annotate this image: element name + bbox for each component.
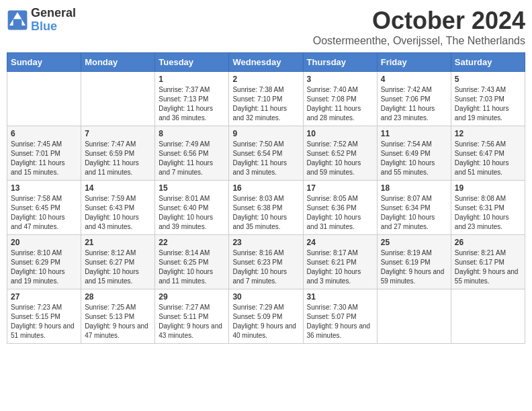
calendar-cell: 21Sunrise: 8:12 AMSunset: 6:27 PMDayligh… [81, 235, 155, 289]
calendar-cell: 6Sunrise: 7:45 AMSunset: 7:01 PMDaylight… [7, 126, 81, 181]
day-number: 11 [381, 129, 447, 138]
calendar-week-row: 13Sunrise: 7:58 AMSunset: 6:45 PMDayligh… [7, 181, 525, 235]
day-info: Sunrise: 8:05 AMSunset: 6:36 PMDaylight:… [307, 194, 373, 232]
day-info: Sunrise: 8:01 AMSunset: 6:40 PMDaylight:… [159, 194, 225, 232]
day-info: Sunrise: 8:10 AMSunset: 6:29 PMDaylight:… [11, 248, 77, 286]
day-info: Sunrise: 7:45 AMSunset: 7:01 PMDaylight:… [11, 140, 77, 177]
day-number: 5 [455, 75, 521, 84]
day-number: 10 [307, 129, 373, 138]
calendar-cell: 11Sunrise: 7:54 AMSunset: 6:49 PMDayligh… [377, 126, 451, 181]
day-number: 8 [159, 129, 225, 138]
day-number: 27 [11, 292, 77, 302]
calendar-cell: 14Sunrise: 7:59 AMSunset: 6:43 PMDayligh… [81, 181, 155, 235]
day-number: 2 [232, 75, 299, 84]
day-info: Sunrise: 7:37 AMSunset: 7:13 PMDaylight:… [159, 85, 225, 123]
title-section: October 2024 Oostermeenthe, Overijssel, … [313, 7, 525, 47]
calendar-cell: 31Sunrise: 7:30 AMSunset: 5:07 PMDayligh… [303, 289, 377, 344]
weekday-header: Tuesday [155, 53, 229, 72]
weekday-header: Saturday [451, 53, 525, 72]
day-number: 21 [85, 238, 151, 247]
calendar-cell: 8Sunrise: 7:49 AMSunset: 6:56 PMDaylight… [155, 126, 229, 181]
calendar-cell: 23Sunrise: 8:16 AMSunset: 6:23 PMDayligh… [229, 235, 303, 289]
calendar-table: SundayMondayTuesdayWednesdayThursdayFrid… [7, 52, 525, 344]
day-number: 30 [232, 292, 299, 302]
day-info: Sunrise: 8:08 AMSunset: 6:31 PMDaylight:… [455, 194, 521, 232]
calendar-cell: 9Sunrise: 7:50 AMSunset: 6:54 PMDaylight… [229, 126, 303, 181]
month-title: October 2024 [313, 7, 525, 35]
calendar-cell: 4Sunrise: 7:42 AMSunset: 7:06 PMDaylight… [377, 72, 451, 126]
calendar-cell [451, 289, 525, 344]
calendar-cell: 30Sunrise: 7:29 AMSunset: 5:09 PMDayligh… [229, 289, 303, 344]
calendar-cell: 1Sunrise: 7:37 AMSunset: 7:13 PMDaylight… [155, 72, 229, 126]
calendar-cell: 25Sunrise: 8:19 AMSunset: 6:19 PMDayligh… [377, 235, 451, 289]
day-info: Sunrise: 7:50 AMSunset: 6:54 PMDaylight:… [232, 140, 299, 177]
day-info: Sunrise: 7:42 AMSunset: 7:06 PMDaylight:… [381, 85, 447, 123]
calendar-cell: 2Sunrise: 7:38 AMSunset: 7:10 PMDaylight… [229, 72, 303, 126]
day-number: 4 [381, 75, 447, 84]
calendar-cell: 17Sunrise: 8:05 AMSunset: 6:36 PMDayligh… [303, 181, 377, 235]
day-info: Sunrise: 8:17 AMSunset: 6:21 PMDaylight:… [307, 248, 373, 286]
day-number: 29 [159, 292, 225, 302]
day-info: Sunrise: 7:56 AMSunset: 6:47 PMDaylight:… [455, 140, 521, 177]
calendar-cell: 29Sunrise: 7:27 AMSunset: 5:11 PMDayligh… [155, 289, 229, 344]
day-number: 6 [11, 129, 77, 138]
day-number: 31 [307, 292, 373, 302]
calendar-cell: 18Sunrise: 8:07 AMSunset: 6:34 PMDayligh… [377, 181, 451, 235]
location: Oostermeenthe, Overijssel, The Netherlan… [313, 35, 525, 47]
weekday-header: Monday [81, 53, 155, 72]
day-info: Sunrise: 7:23 AMSunset: 5:15 PMDaylight:… [11, 303, 77, 340]
day-number: 15 [159, 183, 225, 193]
calendar-cell: 15Sunrise: 8:01 AMSunset: 6:40 PMDayligh… [155, 181, 229, 235]
calendar-cell: 7Sunrise: 7:47 AMSunset: 6:59 PMDaylight… [81, 126, 155, 181]
day-info: Sunrise: 8:03 AMSunset: 6:38 PMDaylight:… [232, 194, 299, 232]
day-number: 19 [455, 183, 521, 193]
calendar-week-row: 27Sunrise: 7:23 AMSunset: 5:15 PMDayligh… [7, 289, 525, 344]
day-info: Sunrise: 7:52 AMSunset: 6:52 PMDaylight:… [307, 140, 373, 177]
day-info: Sunrise: 8:14 AMSunset: 6:25 PMDaylight:… [159, 248, 225, 286]
calendar-cell [81, 72, 155, 126]
day-info: Sunrise: 8:07 AMSunset: 6:34 PMDaylight:… [381, 194, 447, 232]
calendar-cell: 10Sunrise: 7:52 AMSunset: 6:52 PMDayligh… [303, 126, 377, 181]
logo-text: General Blue [31, 7, 76, 34]
day-number: 22 [159, 238, 225, 247]
calendar-cell: 22Sunrise: 8:14 AMSunset: 6:25 PMDayligh… [155, 235, 229, 289]
calendar-cell [7, 72, 81, 126]
day-number: 9 [232, 129, 299, 138]
calendar-cell: 27Sunrise: 7:23 AMSunset: 5:15 PMDayligh… [7, 289, 81, 344]
weekday-header: Sunday [7, 53, 81, 72]
calendar-cell: 24Sunrise: 8:17 AMSunset: 6:21 PMDayligh… [303, 235, 377, 289]
calendar-week-row: 1Sunrise: 7:37 AMSunset: 7:13 PMDaylight… [7, 72, 525, 126]
day-info: Sunrise: 8:16 AMSunset: 6:23 PMDaylight:… [232, 248, 299, 286]
day-number: 24 [307, 238, 373, 247]
day-info: Sunrise: 8:19 AMSunset: 6:19 PMDaylight:… [381, 248, 447, 286]
calendar-cell: 16Sunrise: 8:03 AMSunset: 6:38 PMDayligh… [229, 181, 303, 235]
calendar-week-row: 20Sunrise: 8:10 AMSunset: 6:29 PMDayligh… [7, 235, 525, 289]
day-info: Sunrise: 7:30 AMSunset: 5:07 PMDaylight:… [307, 303, 373, 340]
day-number: 23 [232, 238, 299, 247]
day-info: Sunrise: 7:27 AMSunset: 5:11 PMDaylight:… [159, 303, 225, 340]
day-number: 13 [11, 183, 77, 193]
day-number: 16 [232, 183, 299, 193]
calendar-cell: 26Sunrise: 8:21 AMSunset: 6:17 PMDayligh… [451, 235, 525, 289]
day-info: Sunrise: 7:59 AMSunset: 6:43 PMDaylight:… [85, 194, 151, 232]
day-info: Sunrise: 7:47 AMSunset: 6:59 PMDaylight:… [85, 140, 151, 177]
day-number: 3 [307, 75, 373, 84]
calendar-cell [377, 289, 451, 344]
logo-line2: Blue [31, 20, 76, 34]
day-info: Sunrise: 7:38 AMSunset: 7:10 PMDaylight:… [232, 85, 299, 123]
weekday-header: Thursday [303, 53, 377, 72]
day-number: 28 [85, 292, 151, 302]
day-info: Sunrise: 7:40 AMSunset: 7:08 PMDaylight:… [307, 85, 373, 123]
calendar-cell: 13Sunrise: 7:58 AMSunset: 6:45 PMDayligh… [7, 181, 81, 235]
day-info: Sunrise: 7:49 AMSunset: 6:56 PMDaylight:… [159, 140, 225, 177]
page-header: General Blue October 2024 Oostermeenthe,… [7, 7, 525, 47]
day-info: Sunrise: 7:58 AMSunset: 6:45 PMDaylight:… [11, 194, 77, 232]
calendar-week-row: 6Sunrise: 7:45 AMSunset: 7:01 PMDaylight… [7, 126, 525, 181]
day-number: 20 [11, 238, 77, 247]
logo-icon [7, 9, 28, 31]
svg-rect-2 [13, 19, 22, 26]
calendar-cell: 3Sunrise: 7:40 AMSunset: 7:08 PMDaylight… [303, 72, 377, 126]
day-number: 25 [381, 238, 447, 247]
day-info: Sunrise: 7:25 AMSunset: 5:13 PMDaylight:… [85, 303, 151, 340]
day-info: Sunrise: 7:54 AMSunset: 6:49 PMDaylight:… [381, 140, 447, 177]
